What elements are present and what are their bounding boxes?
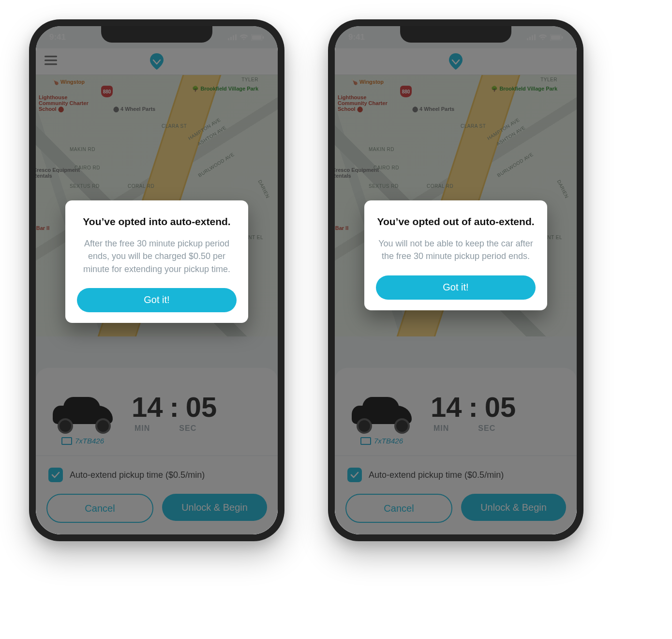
got-it-button[interactable]: Got it! xyxy=(376,275,536,300)
phone-frame-left: 9:41 xyxy=(29,19,284,541)
phone-mockups-row: 9:41 xyxy=(0,0,672,561)
dialog-title: You’ve opted into auto-extend. xyxy=(77,215,237,228)
auto-extend-opt-out-dialog: You’ve opted out of auto-extend. You wil… xyxy=(364,200,547,310)
phone-frame-right: 9:41 xyxy=(328,19,583,541)
screen: 9:41 xyxy=(36,26,278,534)
got-it-button[interactable]: Got it! xyxy=(77,288,237,312)
auto-extend-opt-in-dialog: You’ve opted into auto-extend. After the… xyxy=(65,200,248,323)
dialog-title: You’ve opted out of auto-extend. xyxy=(376,215,536,228)
dialog-body: You will not be able to keep the car aft… xyxy=(376,237,536,262)
screen: 9:41 xyxy=(335,26,577,534)
dialog-body: After the free 30 minute pickup period e… xyxy=(77,237,237,275)
